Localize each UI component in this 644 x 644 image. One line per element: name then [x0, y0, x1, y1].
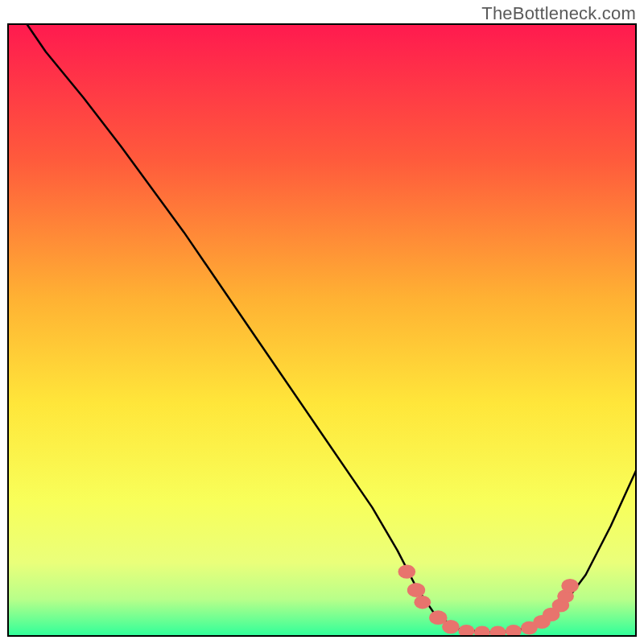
chart-container: TheBottleneck.com [0, 0, 644, 644]
trough-marker-dot [414, 596, 431, 609]
bottleneck-chart [0, 0, 644, 644]
trough-marker-dot [407, 583, 425, 597]
trough-marker-dot [561, 579, 579, 592]
trough-marker-dot [398, 565, 416, 579]
watermark-text: TheBottleneck.com [481, 3, 636, 24]
trough-marker-dot [442, 620, 460, 634]
gradient-background [8, 24, 636, 636]
